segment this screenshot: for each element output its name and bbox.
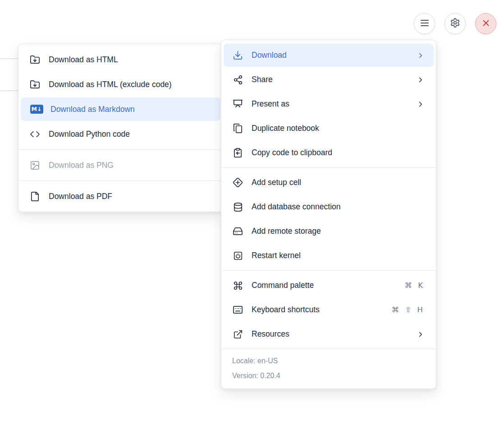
notebook-menu-button[interactable] <box>414 13 435 34</box>
download-submenu: Download as HTML Download as HTML (exclu… <box>18 44 223 212</box>
share-icon <box>233 74 243 85</box>
power-icon <box>233 250 243 261</box>
notebook-actions-menu: Download Share Present as <box>221 40 436 389</box>
menu-item-label: Copy code to clipboard <box>252 148 332 157</box>
menu-item-label: Download <box>252 51 287 60</box>
download-icon <box>233 50 243 60</box>
menu-item-label: Download as HTML (exclude code) <box>49 80 172 89</box>
menu-item-add-database-connection[interactable]: Add database connection <box>224 195 434 218</box>
folder-download-icon <box>30 55 40 65</box>
markdown-icon: M↓ <box>30 104 44 115</box>
menu-item-download[interactable]: Download <box>224 44 434 67</box>
menu-item-resources[interactable]: Resources <box>224 323 434 346</box>
menu-item-copy-code-to-clipboard[interactable]: Copy code to clipboard <box>224 141 434 164</box>
version-text: Version: 0.20.4 <box>232 368 425 383</box>
duplicate-icon <box>233 123 243 134</box>
diamond-plus-icon <box>233 177 243 188</box>
menu-item-duplicate-notebook[interactable]: Duplicate notebook <box>224 117 434 140</box>
menu-item-add-remote-storage[interactable]: Add remote storage <box>224 220 434 243</box>
page-background-rule <box>0 90 18 91</box>
menu-item-label: Add setup cell <box>252 178 301 187</box>
menu-item-label: Download as PDF <box>49 192 112 201</box>
menu-item-restart-kernel[interactable]: Restart kernel <box>224 244 434 267</box>
file-icon <box>30 191 40 202</box>
menu-item-download-as-markdown[interactable]: M↓ Download as Markdown <box>21 97 220 121</box>
menu-footer: Locale: en-US Version: 0.20.4 <box>221 349 436 388</box>
menu-item-label: Present as <box>252 99 289 109</box>
menu-item-command-palette[interactable]: Command palette ⌘ K <box>224 274 434 297</box>
menu-item-label: Keyboard shortcuts <box>252 305 320 314</box>
menu-item-download-python-code[interactable]: Download Python code <box>21 122 220 146</box>
chevron-right-icon <box>417 51 425 60</box>
menu-item-label: Download as Markdown <box>50 105 135 114</box>
menu-item-download-as-pdf[interactable]: Download as PDF <box>21 185 220 208</box>
settings-button[interactable] <box>444 13 466 34</box>
close-icon <box>481 18 491 30</box>
menu-item-download-as-html[interactable]: Download as HTML <box>21 48 220 71</box>
menu-item-label: Share <box>252 75 273 84</box>
external-link-icon <box>233 329 243 339</box>
keyboard-icon <box>233 305 243 315</box>
shortcut-hint: ⌘ K <box>404 281 425 290</box>
hard-drive-icon <box>233 226 243 236</box>
chevron-right-icon <box>417 76 425 84</box>
menu-separator <box>18 149 223 150</box>
menu-item-label: Restart kernel <box>252 251 301 260</box>
menu-separator <box>221 270 436 271</box>
menu-item-download-as-html-exclude-code[interactable]: Download as HTML (exclude code) <box>21 73 220 96</box>
chevron-right-icon <box>417 330 425 338</box>
chevron-right-icon <box>417 100 425 108</box>
menu-item-label: Command palette <box>252 281 314 290</box>
shutdown-button[interactable] <box>475 13 496 34</box>
menu-item-label: Resources <box>252 329 289 339</box>
clipboard-copy-icon <box>233 148 243 158</box>
page: Download as HTML Download as HTML (exclu… <box>0 0 504 444</box>
menu-item-download-as-png: Download as PNG <box>21 153 220 177</box>
image-icon <box>30 160 40 171</box>
menu-item-label: Add remote storage <box>252 227 321 236</box>
menu-separator <box>18 180 223 181</box>
menu-item-present-as[interactable]: Present as <box>224 92 434 116</box>
menu-item-label: Add database connection <box>252 202 341 212</box>
menu-item-label: Download as PNG <box>49 161 114 170</box>
menu-separator <box>221 167 436 168</box>
code-icon <box>30 129 40 139</box>
page-background-rule <box>0 58 18 59</box>
menu-item-keyboard-shortcuts[interactable]: Keyboard shortcuts ⌘ ⇧ H <box>224 298 434 321</box>
locale-text: Locale: en-US <box>232 353 425 368</box>
command-icon <box>233 280 243 291</box>
database-icon <box>233 202 243 212</box>
menu-item-label: Download Python code <box>49 130 130 139</box>
hamburger-icon <box>419 18 430 30</box>
folder-download-icon <box>30 79 40 90</box>
presentation-icon <box>233 99 243 109</box>
gear-icon <box>450 18 460 30</box>
menu-item-label: Download as HTML <box>49 55 118 65</box>
menu-item-add-setup-cell[interactable]: Add setup cell <box>224 171 434 194</box>
menu-item-label: Duplicate notebook <box>252 124 319 133</box>
menu-item-share[interactable]: Share <box>224 68 434 91</box>
shortcut-hint: ⌘ ⇧ H <box>392 305 425 314</box>
